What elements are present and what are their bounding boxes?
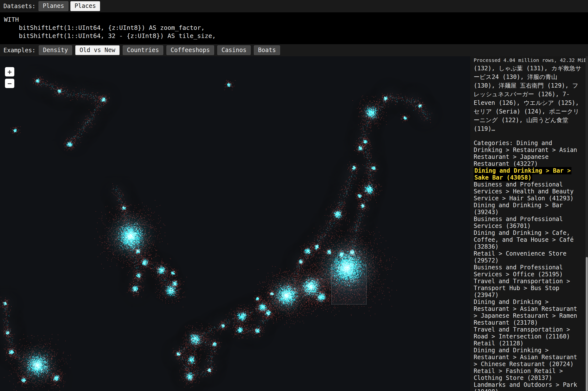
datasets-bar: Datasets: PlanesPlaces (0, 0, 588, 12)
category-text: Dining and Drinking > Restaurant > Asian… (474, 347, 577, 368)
category-item: Retail > Convenience Store (29572) (474, 250, 582, 264)
datasets-label: Datasets: (3, 3, 35, 10)
categories-list: Categories: Dining and Drinking > Restau… (474, 140, 582, 391)
category-item: Business and Professional Services (3670… (474, 216, 582, 229)
map-view[interactable]: + − (0, 56, 470, 391)
example-button-density[interactable]: Density (39, 45, 72, 55)
page-scrollbar[interactable] (586, 56, 588, 391)
example-button-boats[interactable]: Boats (254, 45, 280, 55)
category-text: Retail > Fashion Retail > Clothing Store… (474, 368, 563, 381)
example-buttons: DensityOld vs NewCountriesCoffeeshopsCas… (39, 45, 280, 55)
brands-list: (132), しゃぶ葉 (131), カギ救急サービス24 (130), 洋服の… (474, 64, 582, 133)
category-item: Business and Professional Services > Hea… (474, 181, 582, 202)
category-text: Dining and Drinking > Bar (39243) (474, 202, 563, 216)
category-text: Dining and Drinking > Cafe, Coffee, and … (474, 229, 574, 250)
example-button-coffeeshops[interactable]: Coffeeshops (166, 45, 214, 55)
category-text: Travel and Transportation > Road > Inter… (474, 326, 570, 340)
dataset-button-places[interactable]: Places (70, 1, 100, 11)
category-item: Travel and Transportation > Road > Inter… (474, 326, 582, 340)
map-canvas[interactable] (0, 56, 470, 391)
category-text: Retail > Convenience Store (29572) (474, 250, 567, 264)
category-item: Dining and Drinking > Cafe, Coffee, and … (474, 229, 582, 250)
category-item: Retail (21128) (474, 340, 582, 347)
processed-status: Processed 4.04 million rows, 42.32 MiB (474, 57, 582, 63)
sql-line: WITH (4, 15, 584, 24)
category-item: Dining and Drinking > Restaurant > Asian… (474, 298, 582, 326)
category-text: Dining and Drinking > Bar > Sake Bar (43… (474, 167, 572, 181)
stats-panel[interactable]: Processed 4.04 million rows, 42.32 MiB (… (470, 56, 586, 391)
category-text: Business and Professional Services > Hea… (474, 181, 574, 202)
scrollbar-thumb[interactable] (586, 257, 588, 391)
category-text: Retail (21128) (474, 340, 524, 347)
category-item: Retail > Fashion Retail > Clothing Store… (474, 368, 582, 381)
category-text: Travel and Transportation > Transport Hu… (474, 278, 570, 298)
category-item: Travel and Transportation > Transport Hu… (474, 278, 582, 298)
sql-editor[interactable]: WITH bitShiftLeft(1::UInt64, {z:UInt8}) … (0, 12, 588, 44)
category-text: Business and Professional Services > Off… (474, 264, 563, 278)
examples-bar: Examples: DensityOld vs NewCountriesCoff… (0, 44, 588, 56)
dataset-button-planes[interactable]: Planes (38, 1, 68, 11)
zoom-out-button[interactable]: − (5, 79, 14, 88)
category-text: Dining and Drinking > Restaurant > Asian… (474, 298, 577, 326)
example-button-casinos[interactable]: Casinos (217, 45, 251, 55)
sql-line: bitShiftLeft(1::UInt64, 32 - {z:UInt8}) … (4, 32, 584, 40)
category-item: Landmarks and Outdoors > Park (19498) (474, 381, 582, 391)
category-item: Dining and Drinking > Bar > Sake Bar (43… (474, 167, 582, 181)
example-button-countries[interactable]: Countries (123, 45, 163, 55)
zoom-in-button[interactable]: + (5, 67, 14, 77)
dataset-buttons: PlanesPlaces (38, 1, 100, 11)
zoom-controls: + − (5, 67, 14, 88)
category-item: Categories: Dining and Drinking > Restau… (474, 140, 582, 167)
category-text: Business and Professional Services (3670… (474, 216, 563, 229)
examples-label: Examples: (3, 47, 35, 54)
content-area: + − Processed 4.04 million rows, 42.32 M… (0, 56, 588, 391)
example-button-old-vs-new[interactable]: Old vs New (75, 45, 120, 55)
category-text: Landmarks and Outdoors > Park (19498) (474, 381, 577, 391)
sql-line: bitShiftLeft(1::UInt64, {z:UInt8}) AS zo… (4, 24, 584, 32)
category-item: Dining and Drinking > Bar (39243) (474, 202, 582, 216)
categories-label: Categories: (474, 140, 516, 147)
category-item: Business and Professional Services > Off… (474, 264, 582, 278)
category-item: Dining and Drinking > Restaurant > Asian… (474, 347, 582, 368)
map-selection-box[interactable] (331, 265, 366, 304)
